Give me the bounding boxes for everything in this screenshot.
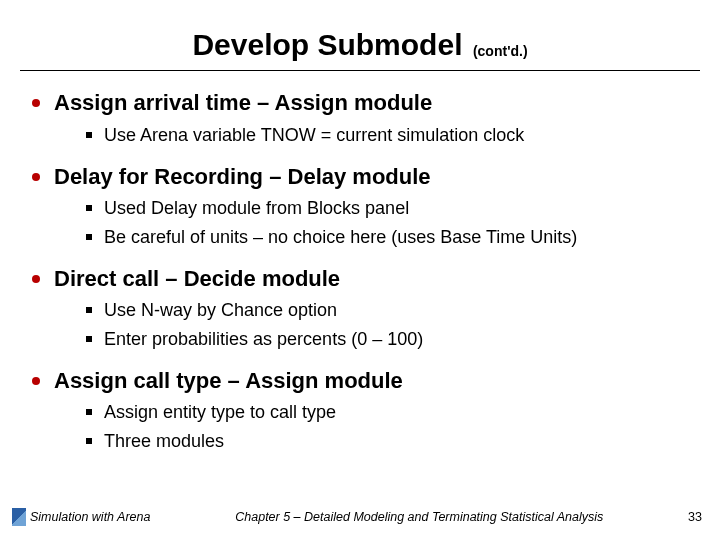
bullet-dot-icon	[32, 173, 40, 181]
book-logo-icon	[12, 508, 26, 526]
footer-left: Simulation with Arena	[12, 508, 150, 526]
bullet-lvl1: Delay for Recording – Delay module	[32, 163, 688, 191]
section-item: Use Arena variable TNOW = current simula…	[104, 123, 524, 147]
section-item: Three modules	[104, 429, 224, 453]
section-item: Enter probabilities as percents (0 – 100…	[104, 327, 423, 351]
content-area: Assign arrival time – Assign module Use …	[20, 89, 700, 453]
slide-title-suffix: (cont'd.)	[473, 43, 528, 59]
bullet-square-icon	[86, 438, 92, 444]
bullet-dot-icon	[32, 99, 40, 107]
bullet-lvl2: Used Delay module from Blocks panel	[86, 196, 688, 220]
section-heading: Assign call type – Assign module	[54, 367, 403, 395]
page-number: 33	[688, 510, 702, 524]
section-heading: Delay for Recording – Delay module	[54, 163, 431, 191]
title-block: Develop Submodel (cont'd.)	[20, 28, 700, 62]
bullet-lvl2: Use Arena variable TNOW = current simula…	[86, 123, 688, 147]
bullet-square-icon	[86, 234, 92, 240]
section-item: Be careful of units – no choice here (us…	[104, 225, 577, 249]
slide-title: Develop Submodel	[192, 28, 462, 62]
section-item: Assign entity type to call type	[104, 400, 336, 424]
bullet-square-icon	[86, 307, 92, 313]
bullet-lvl2: Three modules	[86, 429, 688, 453]
bullet-lvl2: Enter probabilities as percents (0 – 100…	[86, 327, 688, 351]
bullet-lvl2: Use N-way by Chance option	[86, 298, 688, 322]
bullet-square-icon	[86, 336, 92, 342]
section-heading: Assign arrival time – Assign module	[54, 89, 432, 117]
section-heading: Direct call – Decide module	[54, 265, 340, 293]
bullet-lvl1: Assign arrival time – Assign module	[32, 89, 688, 117]
bullet-square-icon	[86, 205, 92, 211]
footer-left-text: Simulation with Arena	[30, 510, 150, 524]
bullet-square-icon	[86, 132, 92, 138]
footer-center-text: Chapter 5 – Detailed Modeling and Termin…	[150, 510, 688, 524]
bullet-dot-icon	[32, 377, 40, 385]
bullet-lvl1: Direct call – Decide module	[32, 265, 688, 293]
bullet-lvl2: Assign entity type to call type	[86, 400, 688, 424]
section-item: Use N-way by Chance option	[104, 298, 337, 322]
bullet-lvl1: Assign call type – Assign module	[32, 367, 688, 395]
bullet-lvl2: Be careful of units – no choice here (us…	[86, 225, 688, 249]
bullet-square-icon	[86, 409, 92, 415]
section-item: Used Delay module from Blocks panel	[104, 196, 409, 220]
slide: Develop Submodel (cont'd.) Assign arriva…	[0, 0, 720, 540]
footer: Simulation with Arena Chapter 5 – Detail…	[0, 508, 720, 526]
title-divider	[20, 70, 700, 71]
bullet-dot-icon	[32, 275, 40, 283]
